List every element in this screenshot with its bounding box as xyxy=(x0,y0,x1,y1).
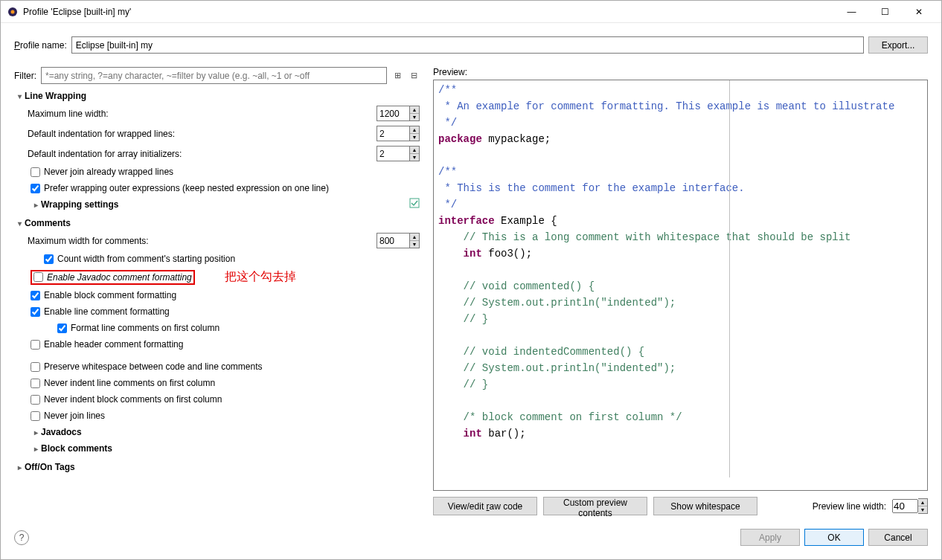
preview-toolbar: View/edit raw code Custom preview conten… xyxy=(433,497,928,515)
row-indent-array: Default indentation for array initialize… xyxy=(14,144,420,164)
subsection-block-comments[interactable]: ▸ Block comments xyxy=(14,440,420,457)
option-label: Never indent line comments on first colu… xyxy=(44,378,215,388)
enable-block-checkbox[interactable] xyxy=(31,291,40,300)
row-enable-header[interactable]: Enable header comment formatting xyxy=(14,336,420,353)
chevron-right-icon: ▸ xyxy=(31,428,41,437)
filter-label: Filter: xyxy=(14,71,36,81)
subsection-label: Wrapping settings xyxy=(41,199,118,210)
chevron-down-icon: ▾ xyxy=(14,92,25,100)
row-never-join-wrapped[interactable]: Never join already wrapped lines xyxy=(14,164,420,180)
custom-preview-button[interactable]: Custom preview contents xyxy=(543,497,647,515)
spinner-buttons[interactable]: ▲▼ xyxy=(410,146,420,161)
spinner-buttons[interactable]: ▲▼ xyxy=(410,106,420,121)
filter-row: Filter: ⊞ ⊟ xyxy=(14,67,420,84)
format-first-col-checkbox[interactable] xyxy=(57,324,67,333)
option-label: Default indentation for array initialize… xyxy=(28,149,377,159)
never-join-wrapped-checkbox[interactable] xyxy=(31,167,40,177)
never-join-lines-checkbox[interactable] xyxy=(31,411,40,421)
app-icon xyxy=(7,6,19,18)
row-never-indent-line[interactable]: Never indent line comments on first colu… xyxy=(14,375,420,391)
row-never-indent-block[interactable]: Never indent block comments on first col… xyxy=(14,391,420,408)
enable-javadoc-checkbox[interactable] xyxy=(33,272,43,282)
row-count-width[interactable]: Count width from comment's starting posi… xyxy=(14,251,420,267)
view-edit-raw-button[interactable]: View/edit raw code xyxy=(433,497,537,515)
option-label: Maximum line width: xyxy=(28,109,377,119)
count-width-checkbox[interactable] xyxy=(44,254,54,264)
max-line-width-input[interactable] xyxy=(377,106,410,121)
chevron-right-icon: ▸ xyxy=(31,445,41,453)
cancel-button[interactable]: Cancel xyxy=(868,529,928,546)
row-max-comment-width: Maximum width for comments: ▲▼ xyxy=(14,231,420,251)
preview-pane: Preview: /** * An example for comment fo… xyxy=(433,67,928,515)
chevron-right-icon: ▸ xyxy=(31,201,41,209)
filter-input[interactable] xyxy=(41,67,387,84)
settings-tree[interactable]: ▾ Line Wrapping Maximum line width: ▲▼ D… xyxy=(14,88,420,515)
svg-rect-2 xyxy=(410,199,419,207)
option-label: Preserve whitespace between code and lin… xyxy=(44,361,263,372)
row-indent-wrapped: Default indentation for wrapped lines: ▲… xyxy=(14,123,420,144)
option-label: Enable Javadoc comment formatting xyxy=(47,272,192,283)
chevron-right-icon: ▸ xyxy=(14,463,25,472)
help-icon[interactable]: ? xyxy=(14,530,29,545)
option-label: Never join lines xyxy=(44,411,105,421)
section-line-wrapping[interactable]: ▾ Line Wrapping xyxy=(14,88,420,103)
row-preserve-ws[interactable]: Preserve whitespace between code and lin… xyxy=(14,358,420,375)
annotation-text: 把这个勾去掉 xyxy=(195,269,296,285)
print-margin-line xyxy=(729,80,730,477)
row-format-first-col[interactable]: Format line comments on first column xyxy=(14,320,420,336)
row-never-join-lines[interactable]: Never join lines xyxy=(14,408,420,424)
modified-indicator-icon xyxy=(409,198,420,208)
spinner-buttons[interactable]: ▲▼ xyxy=(918,498,928,514)
export-button[interactable]: Export... xyxy=(868,36,928,54)
option-label: Never join already wrapped lines xyxy=(44,167,173,177)
subsection-javadocs[interactable]: ▸ Javadocs xyxy=(14,424,420,440)
preserve-ws-checkbox[interactable] xyxy=(31,362,40,372)
apply-button[interactable]: Apply xyxy=(740,529,800,546)
row-enable-block[interactable]: Enable block comment formatting xyxy=(14,287,420,303)
indent-array-input[interactable] xyxy=(377,146,410,161)
option-label: Never indent block comments on first col… xyxy=(44,394,222,405)
enable-line-checkbox[interactable] xyxy=(31,307,40,317)
maximize-button[interactable]: ☐ xyxy=(868,1,902,22)
window-title: Profile 'Eclipse [built-in] my' xyxy=(23,7,835,17)
row-enable-javadoc[interactable]: Enable Javadoc comment formatting 把这个勾去掉 xyxy=(14,267,420,287)
expand-all-icon[interactable]: ⊞ xyxy=(391,70,403,82)
row-enable-line[interactable]: Enable line comment formatting xyxy=(14,303,420,320)
option-label: Enable header comment formatting xyxy=(44,339,183,350)
option-label: Enable block comment formatting xyxy=(44,290,176,300)
close-button[interactable]: ✕ xyxy=(902,1,935,22)
minimize-button[interactable]: — xyxy=(835,1,868,22)
max-comment-width-input[interactable] xyxy=(377,233,410,248)
preview-line-width-input[interactable] xyxy=(892,499,918,513)
section-comments[interactable]: ▾ Comments xyxy=(14,216,420,231)
window-controls: — ☐ ✕ xyxy=(835,1,935,22)
dialog-footer: ? Apply OK Cancel xyxy=(14,515,928,546)
preview-line-width-label: Preview line width: xyxy=(813,501,886,512)
code-preview[interactable]: /** * An example for comment formatting.… xyxy=(433,80,928,491)
subsection-label: Javadocs xyxy=(41,427,82,437)
never-indent-block-checkbox[interactable] xyxy=(31,395,40,405)
show-whitespace-button[interactable]: Show whitespace xyxy=(653,497,757,515)
profile-name-input[interactable] xyxy=(71,36,864,54)
section-label: Line Wrapping xyxy=(25,91,86,101)
spinner-buttons[interactable]: ▲▼ xyxy=(410,233,420,248)
spinner-buttons[interactable]: ▲▼ xyxy=(410,126,420,141)
subsection-label: Block comments xyxy=(41,443,112,454)
option-label: Prefer wrapping outer expressions (keep … xyxy=(44,183,329,193)
option-label: Maximum width for comments: xyxy=(28,236,377,246)
option-label: Count width from comment's starting posi… xyxy=(57,254,235,264)
preview-label: Preview: xyxy=(433,67,928,80)
prefer-wrap-checkbox[interactable] xyxy=(31,184,40,193)
subsection-wrapping-settings[interactable]: ▸ Wrapping settings xyxy=(14,196,420,213)
ok-button[interactable]: OK xyxy=(804,529,864,546)
row-prefer-wrap-outer[interactable]: Prefer wrapping outer expressions (keep … xyxy=(14,180,420,196)
section-off-on-tags[interactable]: ▸ Off/On Tags xyxy=(14,460,420,474)
profile-name-row: Profile name: Export... xyxy=(14,36,928,54)
row-max-line-width: Maximum line width: ▲▼ xyxy=(14,103,420,123)
settings-pane: Filter: ⊞ ⊟ ▾ Line Wrapping Maximum line… xyxy=(14,67,420,515)
enable-header-checkbox[interactable] xyxy=(31,340,40,350)
section-label: Off/On Tags xyxy=(25,462,75,472)
never-indent-line-checkbox[interactable] xyxy=(31,379,40,388)
indent-wrapped-input[interactable] xyxy=(377,126,410,141)
collapse-all-icon[interactable]: ⊟ xyxy=(408,70,420,82)
